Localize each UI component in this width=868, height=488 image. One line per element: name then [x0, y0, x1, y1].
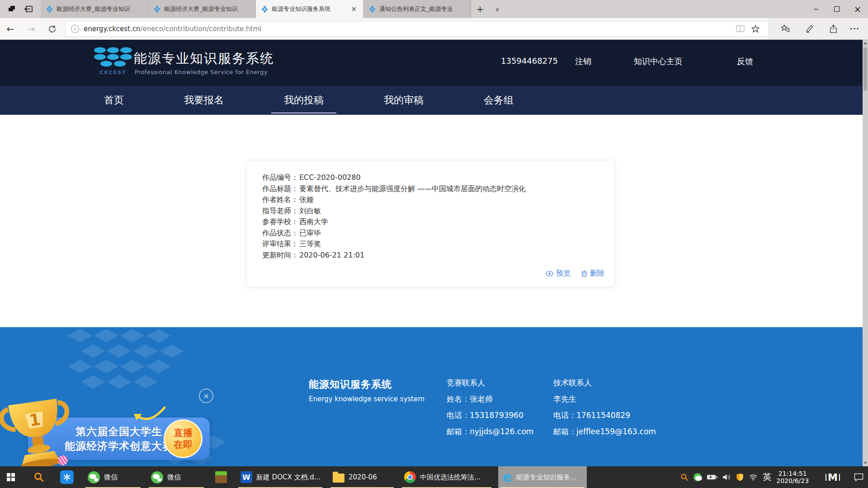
taskbar-app-chrome[interactable]: 中国优选法统筹法...: [400, 466, 494, 488]
screen: 能源经济大赛_能源专业知识 能源经济大赛_能源专业知识 能源专业知识服务系统 ×…: [0, 0, 868, 488]
submission-field-row: 作品标题：要素替代、技术进步与能源强度分解 ——中国城市层面的动态时空演化: [262, 183, 604, 195]
knowledge-center-link[interactable]: 知识中心主页: [634, 56, 683, 67]
nav-item-my-reviews[interactable]: 我的审稿: [384, 86, 424, 115]
minimize-button[interactable]: −: [806, 0, 826, 18]
taskbar-search-button[interactable]: [28, 466, 50, 488]
delete-button[interactable]: 删除: [581, 269, 604, 278]
account-phone[interactable]: 13594468275: [501, 56, 558, 66]
ckcest-favicon: [46, 6, 53, 13]
scrollbar-down-arrow[interactable]: [863, 460, 868, 466]
chrome-icon: [404, 471, 416, 483]
url-path: /eneco/contribution/contribute.html: [141, 25, 262, 33]
tab-strip: 能源经济大赛_能源专业知识 能源经济大赛_能源专业知识 能源专业知识服务系统 ×…: [41, 0, 505, 18]
speaker-icon[interactable]: [722, 474, 731, 481]
new-tab-button[interactable]: +: [471, 0, 489, 18]
app-label: 2020-06: [349, 473, 377, 481]
decorative-ball: [58, 455, 68, 465]
address-bar: ← → i energy.ckcest.cn/eneco/contributio…: [0, 18, 868, 40]
tab-title: 能源经济大赛_能源专业知识: [57, 5, 142, 13]
card-actions: 预览 删除: [546, 269, 604, 278]
scrollbar-up-arrow[interactable]: [863, 40, 868, 47]
taskbar-app-folder[interactable]: 2020-06: [328, 466, 396, 488]
battery-icon[interactable]: [707, 474, 717, 480]
preview-label: 预览: [556, 269, 571, 278]
logout-link[interactable]: 注销: [575, 56, 591, 67]
taskbar-app-wechat-2[interactable]: 微信: [146, 466, 206, 488]
tab-preview-icon[interactable]: [5, 2, 19, 16]
tech-contact-heading: 技术联系人: [553, 378, 656, 388]
site-info-icon[interactable]: i: [71, 25, 79, 33]
live-soon-badge[interactable]: 直播 在即: [164, 419, 203, 458]
refresh-button[interactable]: [42, 18, 62, 39]
action-center-icon[interactable]: [854, 473, 863, 482]
taskbar-app-wechat-1[interactable]: 微信: [83, 466, 143, 488]
window-controls: − ×: [806, 0, 868, 18]
field-label: 更新时间：: [262, 251, 298, 259]
defender-shield-icon[interactable]: [736, 473, 744, 481]
footer-brand-title: 能源知识服务系统: [309, 378, 425, 391]
taskbar-clock[interactable]: 21:14:51 2020/6/23: [776, 470, 809, 484]
submission-field-row: 作者姓名：张娅: [262, 194, 604, 206]
nav-item-register[interactable]: 我要报名: [184, 86, 224, 115]
word-icon: W: [241, 471, 252, 483]
field-value: 张娅: [299, 195, 314, 204]
windows-taskbar: 微信 微信 W 新建 DOCX 文档.d... 2020-06 中国优选法统筹法…: [0, 466, 868, 488]
hub-favorites-icon[interactable]: [778, 22, 793, 36]
m-logo-letter: M: [828, 472, 838, 483]
banner-line-2: 能源经济学术创意大赛: [65, 439, 173, 453]
start-button[interactable]: [0, 466, 22, 488]
tech-contact-phone: 电话：17611540829: [553, 410, 656, 421]
banner-close-button[interactable]: ×: [199, 389, 213, 403]
browser-tab-4[interactable]: 通知公告列表正文_能源专业: [363, 0, 471, 18]
submission-field-row: 指导老师：刘自敏: [262, 206, 604, 217]
contest-contact-email: 邮箱：nyjjds@126.com: [447, 427, 533, 437]
browser-tab-3-active[interactable]: 能源专业知识服务系统 ×: [256, 0, 363, 18]
forward-button[interactable]: →: [21, 18, 42, 39]
tab-list-chevron-icon[interactable]: ∨: [489, 0, 505, 18]
page-content: 作品编号：ECC-2020-00280 作品标题：要素替代、技术进步与能源强度分…: [0, 115, 868, 327]
page-scrollbar[interactable]: [863, 40, 868, 466]
nav-item-conference-group[interactable]: 会务组: [484, 86, 514, 115]
tab-title: 能源专业知识服务系统: [272, 5, 346, 13]
set-tabs-aside-icon[interactable]: [22, 2, 35, 16]
trash-icon: [581, 270, 587, 277]
submission-field-row: 评审结果：三等奖: [262, 239, 604, 250]
tray-search-icon[interactable]: [680, 473, 689, 481]
field-value: 已审毕: [299, 229, 321, 237]
wechat-icon: [88, 471, 100, 483]
taskbar-app-word[interactable]: W 新建 DOCX 文档.d...: [236, 466, 325, 488]
feedback-link[interactable]: 反馈: [737, 56, 753, 67]
ckcest-logo-text: CKCEST: [90, 70, 136, 75]
share-icon[interactable]: [826, 22, 841, 36]
pinned-app-button[interactable]: [56, 466, 78, 488]
wechat-icon: [151, 471, 163, 483]
delete-label: 删除: [590, 269, 604, 278]
back-button[interactable]: ←: [0, 18, 21, 39]
contest-contact-heading: 竞赛联系人: [447, 378, 533, 388]
taskbar-app-grass-block[interactable]: [210, 466, 232, 488]
url-field[interactable]: i energy.ckcest.cn/eneco/contribution/co…: [65, 21, 769, 37]
grass-block-icon: [215, 471, 227, 483]
ime-indicator[interactable]: 英: [763, 471, 771, 483]
site-header: CKCEST 能源专业知识服务系统 Professional Knowledge…: [0, 40, 868, 86]
preview-button[interactable]: 预览: [546, 269, 571, 278]
more-options-icon[interactable]: ···: [850, 24, 859, 33]
nav-item-my-submissions[interactable]: 我的投稿: [284, 86, 324, 115]
restore-button[interactable]: [826, 0, 847, 18]
wifi-icon[interactable]: [749, 474, 758, 481]
web-note-pen-icon[interactable]: [802, 22, 817, 36]
m-app-tray-icon[interactable]: M: [826, 472, 840, 483]
tab-close-icon[interactable]: ×: [350, 5, 358, 13]
nav-item-home[interactable]: 首页: [104, 86, 124, 115]
favorite-star-icon[interactable]: [748, 22, 763, 36]
reading-view-icon[interactable]: [732, 22, 748, 36]
tray-wechat-icon[interactable]: [693, 473, 702, 481]
browser-tab-2[interactable]: 能源经济大赛_能源专业知识: [148, 0, 256, 18]
tab-title: 通知公告列表正文_能源专业: [379, 5, 465, 13]
taskbar-app-edge-active[interactable]: e 能源专业知识服务...: [498, 466, 587, 488]
close-button[interactable]: ×: [847, 0, 868, 18]
app-label: 能源专业知识服务...: [516, 473, 576, 482]
browser-tab-1[interactable]: 能源经济大赛_能源专业知识: [41, 0, 148, 18]
scrollbar-thumb[interactable]: [863, 47, 867, 91]
site-subtitle: Professional Knowledge Service for Energ…: [135, 69, 268, 75]
